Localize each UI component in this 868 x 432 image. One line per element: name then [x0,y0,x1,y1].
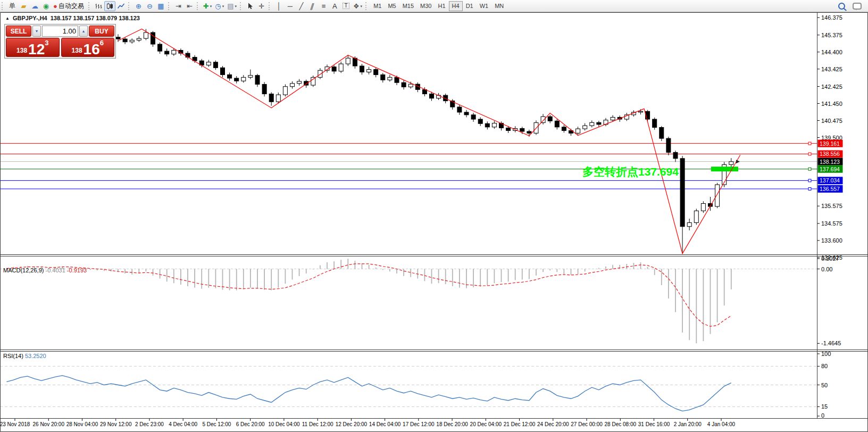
date-tick-label: 20 Dec 04:00 [470,421,502,427]
chart-canvas[interactable]: 多空转折点137.694MACD(12,26,9) -0.4031 -0.919… [0,12,868,432]
signals-icon: ◉ [43,3,49,10]
indicators-icon[interactable]: ✚▾ [202,1,213,11]
timeframe-d1[interactable]: D1 [463,1,477,11]
date-tick-label: 24 Dec 20:00 [537,421,569,427]
auto-scroll-icon: ⇥ [176,3,181,10]
candlestick-icon[interactable] [104,1,115,11]
zoom-in-icon: ⊕ [136,3,141,10]
sell-button[interactable]: SELL [6,26,31,37]
timeframe-m5[interactable]: M5 [385,1,399,11]
toolbar-grip [365,2,368,10]
chart-title-overlay: ▲ GBPJPY-,H4 138.157 138.157 138.079 138… [5,15,140,21]
macd-label: MACD(12,26,9) -0.4031 -0.9193 [3,267,87,273]
label-icon[interactable]: T [340,1,352,11]
bar-chart-icon[interactable] [93,1,104,11]
toolbar-right-icons [838,3,868,10]
toolbar: 单▰☁◉●自动交易⊕⊖▦⇥⇤✚▾◷▾▤▾✛│─╱∥≡AT❖▾M1M5M15M30… [0,0,868,12]
timeframe-m15[interactable]: M15 [399,1,417,11]
volume-decrease-button[interactable]: ▼ [32,26,41,37]
zigzag-line [118,29,740,253]
toolbar-grip [88,2,90,10]
toolbar-grip [269,2,271,10]
expand-arrow-icon[interactable]: ▲ [5,16,10,21]
timeframe-m30[interactable]: M30 [417,1,435,11]
timeframe-h4[interactable]: H4 [449,1,463,11]
macd-axis-label: 0.00 [821,266,832,272]
tile-windows-icon[interactable]: ▦ [155,1,166,11]
bid-price-tile[interactable]: 138123 [6,38,60,57]
trendline-icon[interactable]: ╱ [296,1,307,11]
highlight-bar[interactable] [711,167,738,171]
periods-icon[interactable]: ◷▾ [213,1,226,11]
vline-icon[interactable]: │ [273,1,285,11]
new-order-icon[interactable]: 单 [6,1,18,11]
timeframe-w1[interactable]: W1 [477,1,492,11]
price-axis[interactable]: 146.375145.375144.400143.425142.425141.4… [817,14,843,419]
text-icon: A [332,3,337,10]
auto-scroll-icon[interactable]: ⇥ [173,1,184,11]
timeframe-m1[interactable]: M1 [370,1,385,11]
date-tick-label: 6 Dec 20:00 [236,421,265,427]
crosshair-icon: ✛ [258,3,264,10]
cursor-icon[interactable] [245,1,256,11]
autotrade-icon[interactable]: ●自动交易 [52,1,87,11]
line-handle[interactable] [808,153,811,155]
rsi-axis-label: 80 [821,363,828,369]
price-label-text: 137.034 [820,177,840,184]
y-axis-tick-label: 133.600 [821,237,842,244]
arrows-icon[interactable]: ❖▾ [352,1,364,11]
rsi-axis-label: 50 [821,382,828,388]
channel-icon[interactable]: ∥ [307,1,318,11]
ask-pip-digit: 6 [100,39,104,47]
chat-icon[interactable] [853,3,862,10]
text-icon[interactable]: A [329,1,340,11]
buy-button[interactable]: BUY [89,26,114,37]
volume-increase-button[interactable]: ▲ [79,26,88,37]
price-label-text: 139.161 [820,140,840,147]
date-tick-label: 28 Nov 04:00 [66,421,98,427]
ask-big-digits: 16 [84,43,100,56]
community-icon: ☁ [31,3,38,10]
line-handle[interactable] [808,142,811,145]
vline-icon: │ [277,3,281,10]
templates-icon[interactable]: ▤▾ [226,1,238,11]
toolbar-grip [240,2,242,10]
zoom-out-icon[interactable]: ⊖ [144,1,155,11]
ask-price-tile[interactable]: 138166 [61,38,115,57]
signals-icon[interactable]: ◉ [40,1,52,11]
community-icon[interactable]: ☁ [29,1,40,11]
label-icon: T [343,3,349,9]
line-chart-icon[interactable] [115,1,127,11]
toolbar-grip [197,2,199,10]
chart-annotation-text[interactable]: 多空转折点137.694 [582,165,679,178]
zoom-in-icon[interactable]: ⊕ [133,1,144,11]
toolbar-grip [2,2,4,10]
date-tick-label: 2 Jan 20:00 [674,421,702,427]
date-axis[interactable]: 23 Nov 201826 Nov 20:0028 Nov 04:0029 No… [0,419,736,428]
date-tick-label: 14 Dec 04:00 [369,421,401,427]
templates-icon: ▤ [227,3,233,10]
timeframe-mn[interactable]: MN [491,1,507,11]
y-axis-tick-label: 142.425 [821,84,842,90]
chart-window[interactable]: 多空转折点137.694MACD(12,26,9) -0.4031 -0.919… [0,12,868,432]
line-handle[interactable] [808,188,811,190]
y-axis-tick-label: 145.375 [821,32,842,38]
autotrade-icon: ● [53,3,57,10]
date-tick-label: 27 Dec 00:00 [571,421,603,427]
line-handle[interactable] [808,168,811,170]
trendline-icon: ╱ [299,3,304,10]
money-icon[interactable]: ▰ [18,1,29,11]
ask-prefix: 138 [72,46,82,56]
line-handle[interactable] [808,179,811,182]
hline-icon[interactable]: ─ [285,1,296,11]
volume-input[interactable] [42,26,78,37]
crosshair-icon[interactable]: ✛ [256,1,267,11]
chart-shift-icon[interactable]: ⇤ [184,1,195,11]
date-tick-label: 10 Dec 04:00 [268,421,300,427]
candles-layer [116,29,733,253]
rsi-pane: RSI(14) 53.2520 [0,353,817,411]
timeframe-h1[interactable]: H1 [435,1,449,11]
search-icon[interactable] [838,3,845,10]
fibonacci-icon[interactable]: ≡ [318,1,329,11]
macd-axis-label: -1.4645 [821,340,841,346]
